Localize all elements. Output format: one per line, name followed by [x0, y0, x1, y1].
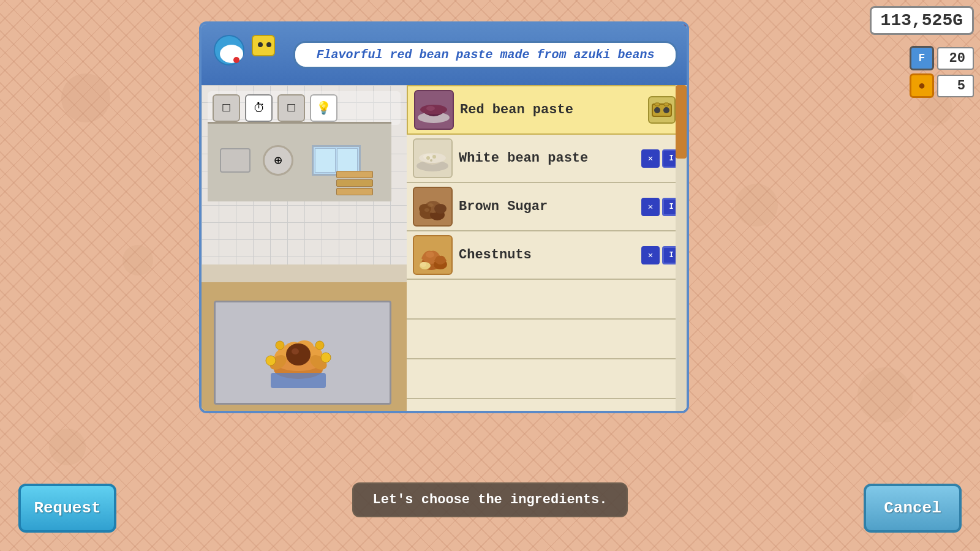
svg-rect-24 — [664, 103, 669, 106]
message-box: Let's choose the ingredients. — [352, 482, 628, 517]
svg-rect-12 — [271, 373, 326, 388]
svg-point-42 — [420, 262, 426, 267]
ingredient-item-red-bean[interactable]: Red bean paste — [407, 85, 687, 135]
ingredient-item-white-bean[interactable]: White bean paste ✕ I — [407, 135, 687, 183]
ingredient-panel: Red bean paste — [407, 85, 687, 411]
svg-point-10 — [286, 343, 311, 365]
chestnuts-name: Chestnuts — [459, 247, 641, 263]
svg-point-19 — [426, 106, 435, 111]
svg-point-39 — [426, 252, 434, 258]
chestnuts-actions: ✕ I — [641, 246, 680, 264]
currency-amount: 113,525G — [881, 11, 963, 30]
currency-display: 113,525G — [870, 6, 974, 35]
svg-point-13 — [266, 356, 276, 365]
dialog-header: Flavorful red bean paste made from azuki… — [202, 24, 687, 85]
robot-head — [252, 35, 275, 56]
brown-sugar-multiply-btn[interactable]: ✕ — [641, 198, 660, 216]
toolbar-clock-icon: ⏱ — [245, 94, 273, 122]
kitchen-counter: ⊕ — [208, 122, 391, 201]
f-value: 20 — [937, 47, 974, 70]
toolbar-row: □ ⏱ □ 💡 — [208, 91, 401, 125]
kitchen-fan: ⊕ — [263, 145, 293, 176]
toolbar-square2-icon: □ — [277, 94, 305, 122]
svg-point-0 — [687, 21, 690, 24]
food-decoration — [252, 315, 344, 397]
red-bean-icon — [414, 90, 454, 130]
toolbar-bulb-icon[interactable]: 💡 — [310, 94, 337, 122]
svg-point-21 — [654, 107, 660, 113]
wood-stack — [336, 171, 373, 195]
stats-panel: F 20 ● 5 — [910, 46, 974, 98]
window-pane-2 — [337, 148, 358, 173]
red-bean-name: Red bean paste — [460, 102, 648, 118]
svg-point-35 — [434, 204, 447, 214]
white-bean-actions: ✕ I — [641, 149, 680, 168]
selected-indicator — [648, 96, 676, 124]
dialog-content: □ ⏱ □ 💡 ⊕ — [202, 85, 687, 411]
window-pane-1 — [315, 148, 336, 173]
dialog-title: Flavorful red bean paste made from azuki… — [316, 48, 654, 62]
kitchen-panel: □ ⏱ □ 💡 ⊕ — [202, 85, 407, 411]
dialog-title-box: Flavorful red bean paste made from azuki… — [293, 41, 677, 69]
chestnuts-multiply-btn[interactable]: ✕ — [641, 246, 660, 264]
brown-sugar-icon — [413, 187, 453, 227]
svg-point-14 — [321, 353, 331, 362]
kitchen-sink — [220, 148, 251, 173]
robot-character — [249, 35, 277, 75]
svg-rect-23 — [655, 103, 660, 106]
svg-point-22 — [663, 107, 669, 113]
message-text: Let's choose the ingredients. — [373, 492, 608, 508]
robot-eye-left — [258, 42, 263, 47]
brown-sugar-name: Brown Sugar — [459, 199, 641, 214]
svg-point-11 — [292, 348, 299, 354]
ingredient-item-brown-sugar[interactable]: Brown Sugar ✕ I — [407, 183, 687, 231]
coin-stat-row: ● 5 — [910, 73, 974, 98]
svg-point-15 — [276, 341, 284, 350]
empty-row-2 — [407, 320, 687, 359]
scroll-thumb[interactable] — [676, 85, 687, 159]
white-bean-multiply-btn[interactable]: ✕ — [641, 149, 660, 168]
svg-point-30 — [430, 159, 432, 162]
main-dialog: Flavorful red bean paste made from azuki… — [199, 21, 689, 413]
scroll-bar[interactable] — [676, 85, 687, 411]
svg-point-37 — [424, 208, 429, 212]
cancel-button[interactable]: Cancel — [864, 484, 962, 533]
white-bean-icon — [413, 138, 453, 178]
coin-badge: ● — [910, 73, 934, 98]
empty-row-3 — [407, 359, 687, 399]
white-bean-name: White bean paste — [459, 151, 641, 166]
request-button[interactable]: Request — [18, 484, 116, 533]
doraemon-head — [214, 35, 244, 66]
ingredient-item-chestnuts[interactable]: Chestnuts ✕ I — [407, 231, 687, 280]
svg-point-28 — [426, 156, 430, 160]
f-stat-row: F 20 — [910, 46, 974, 70]
doraemon-face — [220, 45, 243, 63]
kitchen-tray — [214, 301, 391, 405]
doraemon-character — [213, 35, 246, 75]
f-badge: F — [910, 46, 934, 70]
brown-sugar-actions: ✕ I — [641, 198, 680, 216]
toolbar-square-icon: □ — [213, 94, 240, 122]
coin-value: 5 — [937, 75, 974, 97]
svg-point-16 — [315, 341, 324, 350]
robot-eye-right — [266, 42, 271, 47]
chestnuts-icon — [413, 235, 453, 275]
doraemon-nose — [233, 57, 239, 63]
svg-point-36 — [428, 203, 434, 207]
svg-point-29 — [432, 155, 436, 159]
empty-row-1 — [407, 280, 687, 320]
character-area — [202, 24, 287, 85]
ingredient-list: Red bean paste — [407, 85, 687, 411]
